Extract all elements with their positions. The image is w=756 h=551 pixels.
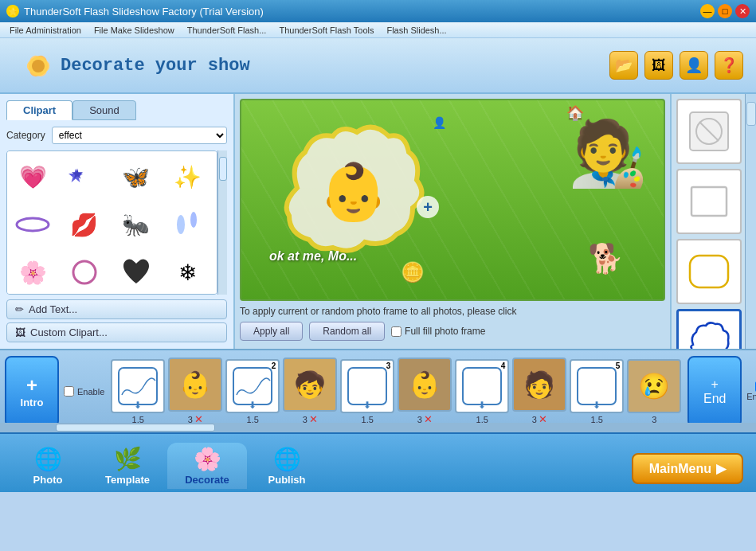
svg-point-10 bbox=[190, 212, 197, 228]
photo-nav-icon: 🌐 bbox=[34, 446, 62, 472]
clipart-drops[interactable] bbox=[165, 202, 210, 247]
clipart-bubble[interactable] bbox=[62, 250, 107, 295]
add-clipart-icon[interactable]: + bbox=[417, 196, 439, 218]
nav-photo-label: Photo bbox=[33, 474, 63, 486]
menu-item-flash-slidesh[interactable]: Flash Slidesh... bbox=[380, 25, 452, 35]
window-controls[interactable]: — □ ✕ bbox=[700, 4, 750, 18]
clipart-sparkle[interactable]: ✨ bbox=[165, 154, 210, 199]
clipart-butterfly[interactable]: 🦋 bbox=[114, 154, 159, 199]
film-item-5: 👶 3 ✕ bbox=[398, 358, 452, 425]
page-title: Decorate your show bbox=[61, 56, 250, 76]
clipart-heart-pink[interactable]: 💗 bbox=[10, 154, 55, 199]
tab-clipart[interactable]: Clipart bbox=[6, 100, 72, 120]
film-num-4: 3 bbox=[386, 361, 391, 370]
full-fill-label: Full fill photo frame bbox=[405, 326, 485, 337]
film-thumb-2[interactable]: 2 ⬇ bbox=[225, 359, 280, 413]
frame-thumb-1[interactable] bbox=[676, 169, 742, 234]
random-all-button[interactable]: Random all bbox=[309, 322, 385, 341]
film-photo-7: 🧑 bbox=[523, 361, 555, 408]
tab-bar: Clipart Sound bbox=[6, 100, 227, 120]
bottom-nav: 🌐 Photo 🌿 Template 🌸 Decorate 🌐 Publish … bbox=[0, 432, 756, 492]
svg-rect-16 bbox=[690, 256, 728, 287]
film-thumb-4[interactable]: 3 ⬇ bbox=[340, 359, 394, 413]
film-thumb-0[interactable]: ⬇ bbox=[111, 359, 165, 413]
film-num-6: 4 bbox=[501, 361, 506, 370]
minimize-button[interactable]: — bbox=[700, 4, 715, 18]
add-text-label: Add Text... bbox=[29, 303, 77, 315]
right-panel-scrollbar[interactable] bbox=[745, 94, 756, 349]
film-thumb-5[interactable]: 👶 bbox=[398, 358, 452, 412]
clipart-lips[interactable]: 💋 bbox=[62, 202, 107, 247]
film-photo-9: 😢 bbox=[638, 363, 670, 409]
film-thumb-9[interactable]: 😢 bbox=[627, 359, 681, 413]
preview-area: 🧑‍🎨 🐕 👶 ok at me, Mo... + 🪙 🏠 bbox=[240, 99, 665, 301]
nav-photo[interactable]: 🌐 Photo bbox=[8, 446, 88, 489]
clipart-star[interactable] bbox=[62, 154, 107, 199]
film-thumb-7[interactable]: 🧑 bbox=[512, 358, 566, 412]
left-panel: Clipart Sound Category effect nature hol… bbox=[0, 94, 235, 349]
film-item-2: 2 ⬇ 1.5 bbox=[225, 359, 280, 424]
help-icon-btn[interactable]: ❓ bbox=[715, 51, 743, 80]
tab-sound[interactable]: Sound bbox=[72, 100, 136, 120]
slideshow-icon-btn[interactable]: 🖼 bbox=[644, 51, 673, 80]
clipart-scrollbar[interactable] bbox=[217, 150, 227, 295]
menubar: File Administration File Make Slideshow … bbox=[0, 22, 756, 38]
end-button[interactable]: + End bbox=[687, 356, 742, 428]
film-down-icon-2: ⬇ bbox=[249, 400, 257, 411]
nav-template[interactable]: 🌿 Template bbox=[88, 446, 167, 489]
category-row: Category effect nature holiday shapes bbox=[6, 127, 227, 144]
custom-clipart-button[interactable]: 🖼 Custom Clipart... bbox=[6, 322, 227, 342]
film-item-9: 😢 3 bbox=[627, 359, 681, 424]
center-panel: 🧑‍🎨 🐕 👶 ok at me, Mo... + 🪙 🏠 bbox=[235, 94, 670, 349]
menu-item-thundersoft-tools[interactable]: ThunderSoft Flash Tools bbox=[272, 25, 380, 35]
clipart-heart2[interactable] bbox=[114, 250, 159, 295]
frame-thumb-2[interactable] bbox=[676, 239, 742, 304]
clipart-wave[interactable] bbox=[10, 202, 55, 247]
clipart-grid: 💗 🦋 ✨ 💋 🐜 bbox=[6, 150, 217, 295]
main-content: Clipart Sound Category effect nature hol… bbox=[0, 94, 756, 349]
apply-description: To apply current or random photo frame t… bbox=[240, 306, 665, 317]
folder-icon-btn[interactable]: 📂 bbox=[609, 51, 638, 80]
film-thumb-3[interactable]: 🧒 bbox=[283, 358, 337, 412]
clipart-snowflake[interactable]: ❄ bbox=[165, 250, 210, 295]
titlebar-title: ThunderSoft Flash Slideshow Factory (Tri… bbox=[24, 6, 264, 18]
add-text-button[interactable]: ✏ Add Text... bbox=[6, 299, 227, 319]
frame-thumb-3[interactable] bbox=[676, 309, 742, 349]
end-label: End bbox=[703, 392, 726, 406]
clipart-flower[interactable]: 🌸 bbox=[10, 250, 55, 295]
frame-thumb-0[interactable] bbox=[676, 99, 742, 164]
film-thumb-1[interactable]: 👶 bbox=[168, 358, 222, 412]
end-plus-icon: + bbox=[711, 377, 719, 392]
nav-decorate[interactable]: 🌸 Decorate bbox=[167, 443, 247, 489]
intro-plus-icon: + bbox=[26, 374, 37, 397]
menu-item-file-admin[interactable]: File Administration bbox=[3, 25, 88, 35]
film-item-3: 🧒 3 ✕ bbox=[283, 358, 337, 425]
nav-decorate-label: Decorate bbox=[185, 474, 229, 486]
intro-label: Intro bbox=[21, 397, 44, 408]
intro-button[interactable]: + Intro bbox=[5, 356, 59, 428]
clipart-ant[interactable]: 🐜 bbox=[114, 202, 159, 247]
full-fill-checkbox[interactable] bbox=[391, 326, 402, 337]
close-button[interactable]: ✕ bbox=[735, 4, 750, 18]
svg-point-5 bbox=[32, 60, 45, 72]
header-toolbar[interactable]: 📂 🖼 👤 ❓ bbox=[609, 51, 743, 80]
main-menu-button[interactable]: MainMenu ▶ bbox=[632, 453, 743, 484]
film-thumb-8[interactable]: 5 ⬇ bbox=[570, 359, 624, 413]
menu-item-thundersoft-flash[interactable]: ThunderSoft Flash... bbox=[181, 25, 273, 35]
film-down-icon-8: ⬇ bbox=[593, 400, 601, 411]
menu-item-make-slideshow[interactable]: File Make Slideshow bbox=[88, 25, 181, 35]
film-num-8: 5 bbox=[616, 361, 621, 370]
category-select[interactable]: effect nature holiday shapes bbox=[52, 127, 227, 144]
film-item-1: 👶 3 ✕ bbox=[168, 358, 222, 425]
film-thumb-6[interactable]: 4 ⬇ bbox=[455, 359, 509, 413]
nav-publish[interactable]: 🌐 Publish bbox=[247, 446, 327, 489]
apply-all-button[interactable]: Apply all bbox=[240, 322, 303, 341]
filmstrip-scrollbar[interactable] bbox=[0, 423, 756, 432]
film-item-4: 3 ⬇ 1.5 bbox=[340, 359, 394, 424]
filmstrip: + Intro Enable ⬇ 1.5 👶 3 ✕ 2 bbox=[0, 349, 756, 432]
user-icon-btn[interactable]: 👤 bbox=[680, 51, 708, 80]
film-item-0: ⬇ 1.5 bbox=[111, 359, 165, 424]
intro-enable-checkbox[interactable] bbox=[64, 386, 74, 397]
maximize-button[interactable]: □ bbox=[718, 4, 732, 18]
svg-point-8 bbox=[17, 218, 49, 231]
